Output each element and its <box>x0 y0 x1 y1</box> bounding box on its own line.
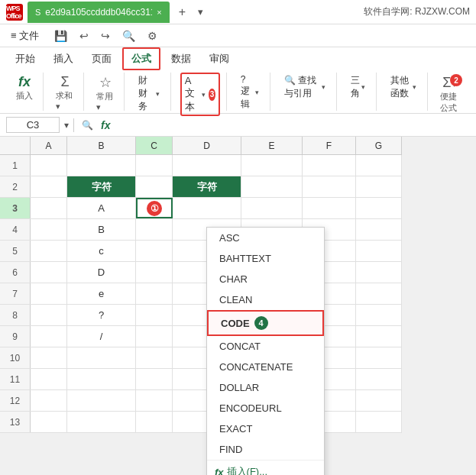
cell-c2[interactable] <box>136 176 173 197</box>
cell-b3[interactable]: A <box>67 198 136 218</box>
cell-c8[interactable] <box>136 305 173 325</box>
cell-b1[interactable] <box>67 155 136 176</box>
cell-reference-input[interactable] <box>6 117 60 133</box>
cell-g7[interactable] <box>356 283 402 304</box>
cell-a2[interactable] <box>31 176 67 197</box>
col-header-g[interactable]: G <box>356 137 402 154</box>
menu-item-code[interactable]: CODE 4 <box>207 310 324 336</box>
cell-a1[interactable] <box>31 155 67 176</box>
tab-arrow[interactable]: ▾ <box>198 6 203 18</box>
formula-input[interactable] <box>115 119 470 131</box>
text-button[interactable]: A 文本 ▾ 3 <box>180 73 220 116</box>
menu-item-concat[interactable]: CONCAT <box>207 336 324 357</box>
cell-a6[interactable] <box>31 262 67 283</box>
cell-a12[interactable] <box>31 390 67 411</box>
cell-c9[interactable] <box>136 326 173 347</box>
cell-b5[interactable]: c <box>67 241 136 261</box>
cell-g6[interactable] <box>356 262 402 283</box>
cell-c3[interactable]: ① <box>136 198 173 218</box>
cell-g3[interactable] <box>356 198 402 218</box>
menu-settings-icon[interactable]: ⚙ <box>147 30 157 42</box>
cell-a13[interactable] <box>31 412 67 432</box>
cell-c1[interactable] <box>136 155 173 176</box>
menu-redo-icon[interactable]: ↪ <box>101 30 110 42</box>
cell-c7[interactable] <box>136 283 173 304</box>
cell-g8[interactable] <box>356 305 402 325</box>
menu-item-concatenate[interactable]: CONCATENATE <box>207 357 324 377</box>
zoom-icon[interactable]: 🔍 <box>82 120 93 131</box>
cell-g5[interactable] <box>356 241 402 261</box>
findref-button[interactable]: 🔍 查找与引用 ▾ <box>280 73 330 102</box>
cell-b10[interactable] <box>67 347 136 368</box>
triangle-button[interactable]: 三角 ▾ <box>346 73 370 102</box>
cell-b4[interactable]: B <box>67 219 136 240</box>
cell-a11[interactable] <box>31 369 67 389</box>
col-header-d[interactable]: D <box>173 137 241 154</box>
cell-b13[interactable] <box>67 412 136 432</box>
cell-c5[interactable] <box>136 241 173 261</box>
cell-g1[interactable] <box>356 155 402 176</box>
col-header-c[interactable]: C <box>136 137 173 154</box>
cell-d1[interactable] <box>173 155 241 176</box>
cell-a3[interactable] <box>31 198 67 218</box>
sum-button[interactable]: Σ 求和 ▾ <box>53 73 77 113</box>
tab-review[interactable]: 审阅 <box>202 49 237 69</box>
col-header-e[interactable]: E <box>241 137 303 154</box>
cell-b9[interactable]: / <box>67 326 136 347</box>
cell-c13[interactable] <box>136 412 173 432</box>
cell-e1[interactable] <box>241 155 303 176</box>
logic-button[interactable]: ? 逻辑 ▾ <box>236 73 264 112</box>
spreadsheet-tab[interactable]: S e2d9a105ccdddb046cc311... × <box>28 2 170 23</box>
cell-g12[interactable] <box>356 390 402 411</box>
cell-g2[interactable] <box>356 176 402 197</box>
cell-b11[interactable] <box>67 369 136 389</box>
menu-item-bahttext[interactable]: BAHTTEXT <box>207 248 324 269</box>
menu-undo-icon[interactable]: ↩ <box>79 30 89 42</box>
col-header-f[interactable]: F <box>303 137 356 154</box>
cell-g11[interactable] <box>356 369 402 389</box>
cell-g13[interactable] <box>356 412 402 432</box>
quick-formula-button[interactable]: Σ▾ 便捷公式 2 <box>437 73 464 115</box>
menu-item-exact[interactable]: EXACT <box>207 418 324 439</box>
formula-dropdown-arrow[interactable]: ▾ <box>64 120 69 131</box>
cell-c11[interactable] <box>136 369 173 389</box>
cell-b12[interactable] <box>67 390 136 411</box>
cell-e3[interactable] <box>241 198 303 218</box>
menu-item-char[interactable]: CHAR <box>207 269 324 289</box>
cell-c6[interactable] <box>136 262 173 283</box>
finance-button[interactable]: 財 财务 ▾ <box>134 73 164 115</box>
insert-function-button[interactable]: fx 插入 <box>12 73 37 103</box>
cell-b8[interactable]: ? <box>67 305 136 325</box>
menu-find-icon[interactable]: 🔍 <box>122 30 135 42</box>
menu-item-clean[interactable]: CLEAN <box>207 289 324 310</box>
cell-c10[interactable] <box>136 347 173 368</box>
cell-b2[interactable]: 字符 <box>67 176 136 197</box>
cell-d2[interactable]: 字符 <box>173 176 241 197</box>
cell-a10[interactable] <box>31 347 67 368</box>
tab-insert[interactable]: 插入 <box>46 49 81 69</box>
tab-close-button[interactable]: × <box>157 8 161 17</box>
cell-b7[interactable]: e <box>67 283 136 304</box>
fx-button[interactable]: fx <box>101 119 110 131</box>
cell-f1[interactable] <box>303 155 356 176</box>
tab-data[interactable]: 数据 <box>164 49 199 69</box>
menu-item-encodeurl[interactable]: ENCODEURL <box>207 398 324 418</box>
add-tab-button[interactable]: + <box>174 5 190 19</box>
cell-a4[interactable] <box>31 219 67 240</box>
cell-b6[interactable]: D <box>67 262 136 283</box>
tab-formula[interactable]: 公式 <box>122 47 160 70</box>
menu-save-icon[interactable]: 💾 <box>54 30 67 42</box>
cell-f2[interactable] <box>303 176 356 197</box>
common-button[interactable]: ☆ 常用 ▾ <box>93 73 118 114</box>
cell-g10[interactable] <box>356 347 402 368</box>
cell-d3[interactable] <box>173 198 241 218</box>
cell-a8[interactable] <box>31 305 67 325</box>
tab-start[interactable]: 开始 <box>8 49 43 69</box>
cell-c12[interactable] <box>136 390 173 411</box>
cell-a7[interactable] <box>31 283 67 304</box>
cell-a5[interactable] <box>31 241 67 261</box>
cell-e2[interactable] <box>241 176 303 197</box>
menu-file[interactable]: ≡ 文件 <box>8 27 42 44</box>
cell-f3[interactable] <box>303 198 356 218</box>
menu-item-dollar[interactable]: DOLLAR <box>207 377 324 398</box>
